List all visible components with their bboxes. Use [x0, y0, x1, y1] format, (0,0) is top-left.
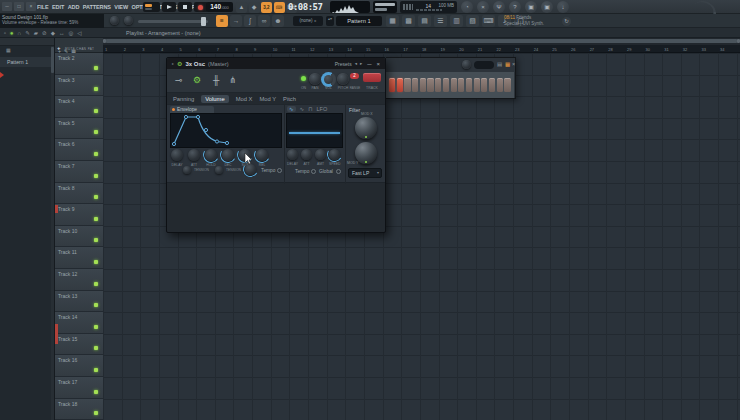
envelope-enable-dot[interactable]: [172, 108, 175, 111]
step-5[interactable]: [420, 78, 426, 92]
step-16[interactable]: [504, 78, 510, 92]
typing-keyboard-icon[interactable]: ⌨: [274, 2, 285, 13]
on-led[interactable]: [301, 76, 306, 81]
rel-knob[interactable]: [256, 149, 268, 161]
plugin-minimize-icon[interactable]: ─: [367, 61, 371, 67]
next-pattern-icon[interactable]: →: [230, 15, 242, 27]
amt-knob[interactable]: [315, 149, 326, 160]
track-header-track-6[interactable]: Track 6: [55, 139, 103, 161]
track-button[interactable]: [363, 73, 381, 82]
mic-icon[interactable]: Ψ: [493, 1, 505, 13]
help-icon[interactable]: ?: [509, 1, 521, 13]
track-header-track-8[interactable]: Track 8: [55, 183, 103, 205]
refresh-icon[interactable]: ↻: [562, 17, 571, 26]
track-header-track-18[interactable]: Track 18: [55, 399, 103, 420]
step-9[interactable]: [451, 78, 457, 92]
track-light[interactable]: [94, 87, 98, 91]
att-knob[interactable]: [188, 149, 200, 161]
stop-button[interactable]: [178, 2, 192, 12]
plugin-sliders-icon[interactable]: ╫: [213, 75, 219, 85]
oscilloscope[interactable]: [330, 1, 370, 13]
news-ticker[interactable]: 08/11 Friends Special | UVI Synth.: [504, 15, 562, 27]
shuffle-handle[interactable]: [201, 17, 206, 26]
menu-file[interactable]: FILE: [37, 4, 49, 10]
rack-close-icon[interactable]: ×: [512, 61, 515, 67]
link-icon[interactable]: ∞: [258, 15, 270, 27]
dec-knob[interactable]: [222, 149, 234, 161]
pitch-knob[interactable]: [337, 73, 349, 85]
speed-knob[interactable]: [329, 149, 340, 160]
att-knob[interactable]: [301, 149, 312, 160]
track-header-track-9[interactable]: Track 9: [55, 204, 103, 226]
playlist-hscrollbar[interactable]: [103, 38, 740, 45]
playback-icon[interactable]: ◁: [77, 30, 81, 36]
envelope-graph[interactable]: [170, 113, 282, 148]
snap-icon[interactable]: ∩: [17, 30, 21, 36]
tab-panning[interactable]: Panning: [173, 96, 194, 102]
plugin-picker-icon[interactable]: ▧: [466, 15, 479, 27]
remote-control-icon[interactable]: ☻: [272, 15, 284, 27]
menu-add[interactable]: ADD: [68, 4, 80, 10]
mod-x-knob[interactable]: [355, 117, 377, 139]
step-10[interactable]: [458, 78, 464, 92]
metronome-icon[interactable]: ▲: [236, 2, 247, 13]
track-light[interactable]: [94, 411, 98, 415]
track-header-track-13[interactable]: Track 13: [55, 291, 103, 313]
delay-knob[interactable]: [171, 149, 183, 161]
detach-icon[interactable]: ▫: [4, 30, 6, 36]
time-display[interactable]: 0:08:57: [288, 2, 322, 12]
step-7[interactable]: [435, 78, 441, 92]
paint-icon[interactable]: ▰: [34, 30, 38, 36]
envelope-tempo-toggle[interactable]: [277, 168, 282, 173]
preset-next-icon[interactable]: ▸: [360, 61, 362, 66]
window-close-button[interactable]: ×: [26, 2, 36, 11]
lfo-triangle-tab[interactable]: ∿: [300, 106, 305, 112]
wait-input-icon[interactable]: ◆: [249, 2, 260, 13]
mixer-icon[interactable]: ☰: [434, 15, 447, 27]
export-icon[interactable]: ↓: [557, 1, 569, 13]
scroll-left-cap[interactable]: [103, 39, 106, 43]
play-button[interactable]: [162, 2, 176, 12]
piano-roll-icon[interactable]: ▩: [402, 15, 415, 27]
timeline-ruler[interactable]: 1234567891011121314151617181920212223242…: [103, 45, 740, 53]
filter-type-dropdown[interactable]: Fast LP▾: [348, 168, 382, 178]
track-header-track-12[interactable]: Track 12: [55, 269, 103, 291]
channel-rack-icon[interactable]: ▤: [418, 15, 431, 27]
track-header-track-17[interactable]: Track 17: [55, 377, 103, 399]
track-header-track-5[interactable]: Track 5: [55, 118, 103, 140]
envelope-section-tab[interactable]: Envelope: [170, 106, 214, 113]
delete-icon[interactable]: ⊘: [42, 30, 47, 36]
track-light[interactable]: [94, 152, 98, 156]
track-light[interactable]: [94, 346, 98, 350]
track-light[interactable]: [94, 282, 98, 286]
track-header-track-3[interactable]: Track 3: [55, 75, 103, 97]
step-3[interactable]: [404, 78, 410, 92]
track-light[interactable]: [94, 66, 98, 70]
picker-header[interactable]: ▦: [0, 38, 54, 46]
track-light[interactable]: [94, 109, 98, 113]
save-icon[interactable]: ▣: [525, 1, 537, 13]
tab-pitch[interactable]: Pitch: [283, 96, 296, 102]
swing-knob[interactable]: [462, 60, 471, 69]
track-light[interactable]: [94, 217, 98, 221]
browser-icon[interactable]: ▥: [450, 15, 463, 27]
track-light[interactable]: [94, 303, 98, 307]
pattern-selector[interactable]: Pattern 1: [336, 16, 382, 26]
step-edit-icon[interactable]: ≡: [216, 15, 228, 27]
menu-edit[interactable]: EDIT: [52, 4, 64, 10]
presets-label[interactable]: Presets: [335, 61, 352, 67]
window-minimize-button[interactable]: ─: [2, 2, 12, 11]
pitch-range-value[interactable]: 2: [350, 73, 359, 79]
plugin-gear-icon[interactable]: ⚙: [177, 60, 182, 67]
volume-knob[interactable]: [321, 72, 336, 87]
step-15[interactable]: [497, 78, 503, 92]
step-6[interactable]: [427, 78, 433, 92]
lfo-tempo-toggle[interactable]: [311, 169, 316, 174]
track-header-track-16[interactable]: Track 16: [55, 355, 103, 377]
lfo-graph[interactable]: [286, 113, 343, 148]
focus-selector[interactable]: (none)▸: [293, 16, 323, 26]
step-12[interactable]: [474, 78, 480, 92]
panic-icon[interactable]: ×: [477, 1, 489, 13]
track-light[interactable]: [94, 390, 98, 394]
preset-prev-icon[interactable]: ◂: [355, 61, 357, 66]
